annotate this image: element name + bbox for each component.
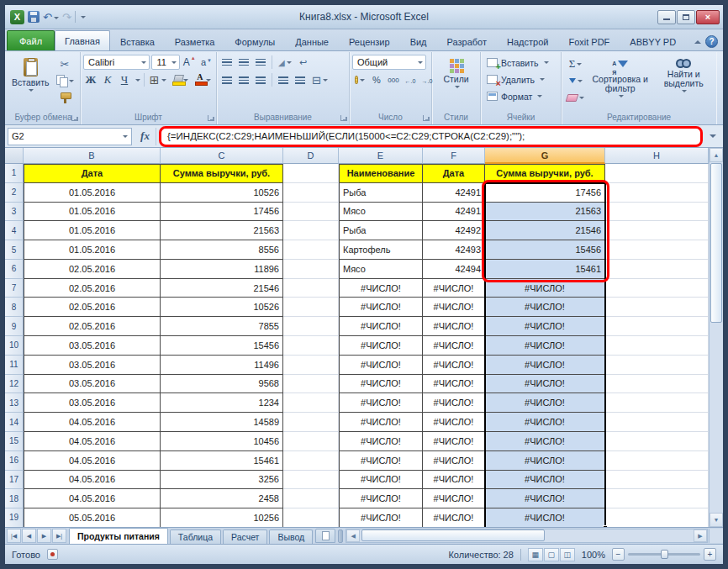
minimize-button[interactable] — [657, 10, 676, 24]
column-header-C[interactable]: C — [161, 148, 283, 164]
insert-worksheet-button[interactable] — [315, 529, 335, 543]
cell-D9[interactable] — [283, 317, 339, 336]
cell-C7[interactable]: 21546 — [161, 279, 283, 298]
cell-E15[interactable]: #ЧИСЛО! — [339, 432, 423, 451]
cell-C1[interactable]: Сумма выручки, руб. — [161, 164, 283, 183]
fill-color-button[interactable] — [170, 72, 192, 87]
tab-разметка[interactable]: Разметка — [165, 32, 225, 50]
cell-F14[interactable]: #ЧИСЛО! — [423, 413, 485, 432]
cell-B10[interactable]: 03.05.2016 — [24, 336, 161, 356]
tab-вставка[interactable]: Вставка — [110, 32, 165, 50]
first-sheet-button[interactable]: |◀ — [7, 529, 21, 543]
cell-B19[interactable]: 05.05.2016 — [24, 508, 161, 527]
tab-данные[interactable]: Данные — [285, 32, 339, 50]
cell-B16[interactable]: 04.05.2016 — [24, 451, 161, 471]
cell-G16[interactable]: #ЧИСЛО! — [485, 451, 605, 471]
cell-H2[interactable] — [605, 183, 709, 203]
cell-G8[interactable]: #ЧИСЛО! — [485, 298, 605, 317]
cell-G4[interactable]: 21546 — [485, 221, 605, 240]
cell-D10[interactable] — [283, 336, 339, 356]
insert-function-button[interactable]: fx — [135, 128, 156, 145]
cell-D1[interactable] — [283, 164, 339, 183]
cell-B4[interactable]: 01.05.2016 — [24, 221, 161, 240]
formula-bar-expand-button[interactable] — [705, 128, 720, 145]
font-size-select[interactable]: 11 — [151, 55, 179, 70]
cell-G15[interactable]: #ЧИСЛО! — [485, 432, 605, 451]
cell-D19[interactable] — [283, 508, 339, 527]
row-header-10[interactable]: 10 — [5, 336, 24, 356]
page-break-view-button[interactable]: ◫ — [560, 548, 575, 561]
scroll-right-icon[interactable]: ▶ — [694, 529, 707, 542]
cell-H14[interactable] — [605, 413, 709, 432]
borders-button[interactable] — [148, 72, 168, 87]
row-header-9[interactable]: 9 — [5, 317, 24, 336]
cell-E14[interactable]: #ЧИСЛО! — [339, 413, 423, 432]
delete-cells-button[interactable]: Удалить — [483, 71, 558, 87]
align-middle-button[interactable] — [236, 55, 251, 70]
cell-E2[interactable]: Рыба — [339, 183, 423, 203]
cell-E1[interactable]: Наименование — [339, 164, 423, 183]
decrease-font-button[interactable] — [198, 55, 214, 70]
format-painter-button[interactable] — [54, 90, 76, 105]
cell-F10[interactable]: #ЧИСЛО! — [423, 336, 485, 356]
cell-H16[interactable] — [605, 451, 709, 471]
cell-B15[interactable]: 04.05.2016 — [24, 432, 161, 451]
cell-F13[interactable]: #ЧИСЛО! — [423, 393, 485, 413]
cell-G13[interactable]: #ЧИСЛО! — [485, 393, 605, 413]
next-sheet-button[interactable]: ▶ — [37, 529, 51, 543]
row-header-6[interactable]: 6 — [5, 260, 24, 279]
merge-center-button[interactable] — [309, 72, 330, 87]
row-header-7[interactable]: 7 — [5, 279, 24, 298]
column-header-H[interactable]: H — [605, 148, 709, 164]
cell-H15[interactable] — [605, 432, 709, 451]
cell-C3[interactable]: 17456 — [161, 203, 283, 222]
cell-B6[interactable]: 02.05.2016 — [24, 260, 161, 279]
cell-F8[interactable]: #ЧИСЛО! — [423, 298, 485, 317]
sheet-tab-таблица[interactable]: Таблица — [170, 529, 221, 545]
cell-G10[interactable]: #ЧИСЛО! — [485, 336, 605, 356]
cell-F3[interactable]: 42491 — [423, 203, 485, 222]
last-sheet-button[interactable]: ▶| — [52, 529, 66, 543]
insert-cells-button[interactable]: Вставить — [483, 55, 558, 71]
cell-D5[interactable] — [283, 240, 339, 260]
accounting-format-button[interactable] — [352, 72, 367, 87]
cell-G9[interactable]: #ЧИСЛО! — [485, 317, 605, 336]
scroll-up-icon[interactable]: ▲ — [710, 148, 723, 162]
cell-E6[interactable]: Мясо — [339, 260, 423, 279]
cell-D14[interactable] — [283, 413, 339, 432]
cell-H19[interactable] — [605, 508, 709, 527]
cell-E5[interactable]: Картофель — [339, 240, 423, 260]
cut-button[interactable] — [54, 56, 76, 71]
cell-D8[interactable] — [283, 298, 339, 317]
cell-C2[interactable]: 10526 — [161, 183, 283, 203]
alignment-dialog-launcher[interactable] — [340, 115, 346, 121]
cell-G12[interactable]: #ЧИСЛО! — [485, 375, 605, 394]
cell-C18[interactable]: 2458 — [161, 489, 283, 508]
cell-C9[interactable]: 7855 — [161, 317, 283, 336]
cell-F16[interactable]: #ЧИСЛО! — [423, 451, 485, 471]
select-all-corner[interactable] — [5, 148, 24, 164]
macro-record-icon[interactable] — [47, 549, 58, 560]
scroll-left-icon[interactable]: ◀ — [346, 529, 360, 542]
row-header-19[interactable]: 19 — [5, 508, 24, 527]
cell-C19[interactable]: 10256 — [161, 508, 283, 527]
vertical-scroll-track[interactable] — [710, 163, 722, 512]
align-left-button[interactable] — [219, 72, 235, 87]
cell-H4[interactable] — [605, 221, 709, 240]
cell-C15[interactable]: 10456 — [161, 432, 283, 451]
row-header-1[interactable]: 1 — [5, 164, 24, 183]
cell-D15[interactable] — [283, 432, 339, 451]
cell-E12[interactable]: #ЧИСЛО! — [339, 375, 423, 394]
tab-главная[interactable]: Главная — [55, 30, 110, 50]
save-icon[interactable] — [28, 11, 40, 23]
cell-F7[interactable]: #ЧИСЛО! — [423, 279, 485, 298]
row-header-13[interactable]: 13 — [5, 393, 24, 413]
formula-input[interactable]: {=ИНДЕКС(C2:C29;НАИМЕНЬШИЙ(ЕСЛИ(15000<=C… — [159, 126, 703, 147]
horizontal-scrollbar[interactable]: ◀ ▶ — [346, 529, 708, 543]
cell-B5[interactable]: 01.05.2016 — [24, 240, 161, 260]
cell-D13[interactable] — [283, 393, 339, 413]
number-format-select[interactable]: Общий — [352, 55, 426, 70]
row-header-5[interactable]: 5 — [5, 240, 24, 260]
cell-F6[interactable]: 42494 — [423, 260, 485, 279]
align-right-button[interactable] — [253, 72, 268, 87]
